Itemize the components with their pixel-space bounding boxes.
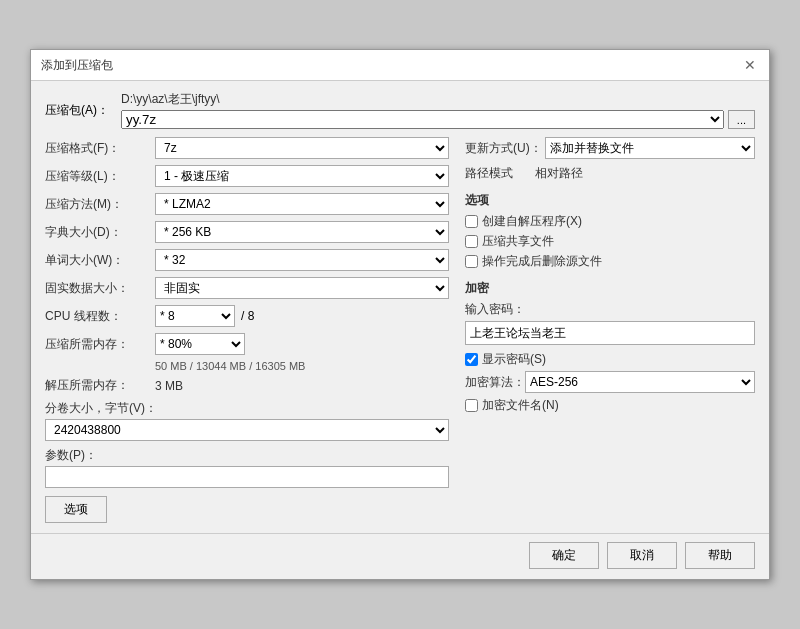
cpu-label: CPU 线程数： (45, 308, 155, 325)
sfx-row: 创建自解压程序(X) (465, 213, 755, 230)
vol-row: 分卷大小，字节(V)： 2420438800 (45, 400, 449, 441)
cpu-select[interactable]: * 8 (155, 305, 235, 327)
options-section-title: 选项 (465, 192, 755, 209)
param-row: 参数(P)： (45, 447, 449, 488)
archive-label: 压缩包(A)： (45, 102, 115, 119)
solid-row: 固实数据大小： 非固实 (45, 277, 449, 299)
encrypt-section: 加密 输入密码： 显示密码(S) 加密算法： AES-256 (465, 280, 755, 414)
main-content: 压缩格式(F)： 7z 压缩等级(L)： 1 - 极速压缩 压缩方法(M)： *… (45, 137, 755, 523)
shared-checkbox[interactable] (465, 235, 478, 248)
level-label: 压缩等级(L)： (45, 168, 155, 185)
format-row: 压缩格式(F)： 7z (45, 137, 449, 159)
archive-path-box: D:\yy\az\老王\jftyy\ yy.7z ... (121, 91, 755, 129)
delete-row: 操作完成后删除源文件 (465, 253, 755, 270)
archive-row: 压缩包(A)： D:\yy\az\老王\jftyy\ yy.7z ... (45, 91, 755, 129)
update-row: 更新方式(U)： 添加并替换文件 (465, 137, 755, 159)
algo-row: 加密算法： AES-256 (465, 371, 755, 393)
word-select[interactable]: * 32 (155, 249, 449, 271)
method-select[interactable]: * LZMA2 (155, 193, 449, 215)
solid-select[interactable]: 非固实 (155, 277, 449, 299)
encrypt-name-checkbox[interactable] (465, 399, 478, 412)
close-button[interactable]: ✕ (741, 56, 759, 74)
encrypt-section-title: 加密 (465, 280, 755, 297)
title-bar: 添加到压缩包 ✕ (31, 50, 769, 81)
sfx-checkbox[interactable] (465, 215, 478, 228)
shared-row: 压缩共享文件 (465, 233, 755, 250)
left-panel: 压缩格式(F)： 7z 压缩等级(L)： 1 - 极速压缩 压缩方法(M)： *… (45, 137, 449, 523)
compress-mem-select[interactable]: * 80% (155, 333, 245, 355)
show-pass-label: 显示密码(S) (482, 351, 546, 368)
ok-button[interactable]: 确定 (529, 542, 599, 569)
dict-row: 字典大小(D)： * 256 KB (45, 221, 449, 243)
delete-label: 操作完成后删除源文件 (482, 253, 602, 270)
decomp-value: 3 MB (155, 379, 183, 393)
algo-label: 加密算法： (465, 374, 525, 391)
help-button[interactable]: 帮助 (685, 542, 755, 569)
cancel-button[interactable]: 取消 (607, 542, 677, 569)
word-label: 单词大小(W)： (45, 252, 155, 269)
path-mode-row: 路径模式 相对路径 (465, 165, 755, 182)
algo-select[interactable]: AES-256 (525, 371, 755, 393)
archive-path-static: D:\yy\az\老王\jftyy\ (121, 91, 755, 108)
update-select[interactable]: 添加并替换文件 (545, 137, 755, 159)
right-panel: 更新方式(U)： 添加并替换文件 路径模式 相对路径 选项 创建自解压程序(X) (465, 137, 755, 523)
word-row: 单词大小(W)： * 32 (45, 249, 449, 271)
dict-label: 字典大小(D)： (45, 224, 155, 241)
format-select[interactable]: 7z (155, 137, 449, 159)
compress-mem-label: 压缩所需内存： (45, 336, 155, 353)
footer: 确定 取消 帮助 (31, 533, 769, 579)
compress-mem-info-row: 50 MB / 13044 MB / 16305 MB (155, 359, 449, 373)
vol-select[interactable]: 2420438800 (45, 419, 449, 441)
path-mode-value: 相对路径 (535, 165, 583, 182)
decomp-label: 解压所需内存： (45, 377, 155, 394)
param-input[interactable] (45, 466, 449, 488)
method-label: 压缩方法(M)： (45, 196, 155, 213)
show-pass-checkbox[interactable] (465, 353, 478, 366)
encrypt-name-row: 加密文件名(N) (465, 397, 755, 414)
dialog-body: 压缩包(A)： D:\yy\az\老王\jftyy\ yy.7z ... 压缩格… (31, 81, 769, 533)
path-mode-label: 路径模式 (465, 165, 515, 182)
shared-label: 压缩共享文件 (482, 233, 554, 250)
cpu-row: CPU 线程数： * 8 / 8 (45, 305, 449, 327)
method-row: 压缩方法(M)： * LZMA2 (45, 193, 449, 215)
update-label: 更新方式(U)： (465, 140, 545, 157)
decomp-row: 解压所需内存： 3 MB (45, 377, 449, 394)
password-label: 输入密码： (465, 301, 755, 318)
level-row: 压缩等级(L)： 1 - 极速压缩 (45, 165, 449, 187)
param-label: 参数(P)： (45, 447, 449, 464)
compress-mem-row: 压缩所需内存： * 80% (45, 333, 449, 355)
archive-path-input-row: yy.7z ... (121, 110, 755, 129)
format-label: 压缩格式(F)： (45, 140, 155, 157)
show-pass-row: 显示密码(S) (465, 351, 755, 368)
archive-filename-select[interactable]: yy.7z (121, 110, 724, 129)
add-to-archive-dialog: 添加到压缩包 ✕ 压缩包(A)： D:\yy\az\老王\jftyy\ yy.7… (30, 49, 770, 580)
password-input[interactable] (465, 321, 755, 345)
level-select[interactable]: 1 - 极速压缩 (155, 165, 449, 187)
solid-label: 固实数据大小： (45, 280, 155, 297)
compress-mem-info: 50 MB / 13044 MB / 16305 MB (155, 360, 305, 372)
cpu-slash: / 8 (241, 309, 254, 323)
dict-select[interactable]: * 256 KB (155, 221, 449, 243)
vol-label: 分卷大小，字节(V)： (45, 400, 449, 417)
delete-checkbox[interactable] (465, 255, 478, 268)
dialog-title: 添加到压缩包 (41, 57, 113, 74)
encrypt-name-label: 加密文件名(N) (482, 397, 559, 414)
browse-button[interactable]: ... (728, 110, 755, 129)
options-button[interactable]: 选项 (45, 496, 107, 523)
sfx-label: 创建自解压程序(X) (482, 213, 582, 230)
options-section: 选项 创建自解压程序(X) 压缩共享文件 操作完成后删除源文件 (465, 192, 755, 270)
